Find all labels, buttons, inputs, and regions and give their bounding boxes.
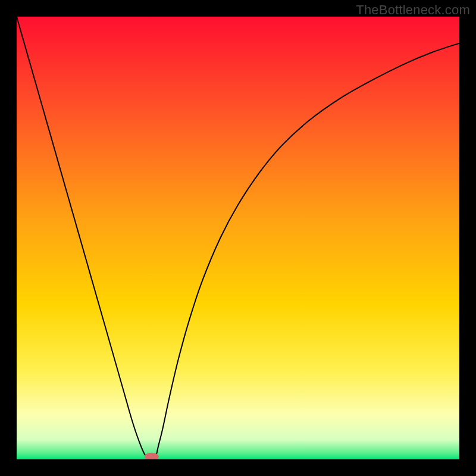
gradient-background bbox=[17, 17, 459, 459]
plot-area bbox=[17, 17, 459, 459]
chart-svg bbox=[17, 17, 459, 459]
watermark-text: TheBottleneck.com bbox=[356, 2, 470, 18]
chart-frame: TheBottleneck.com bbox=[0, 0, 476, 476]
